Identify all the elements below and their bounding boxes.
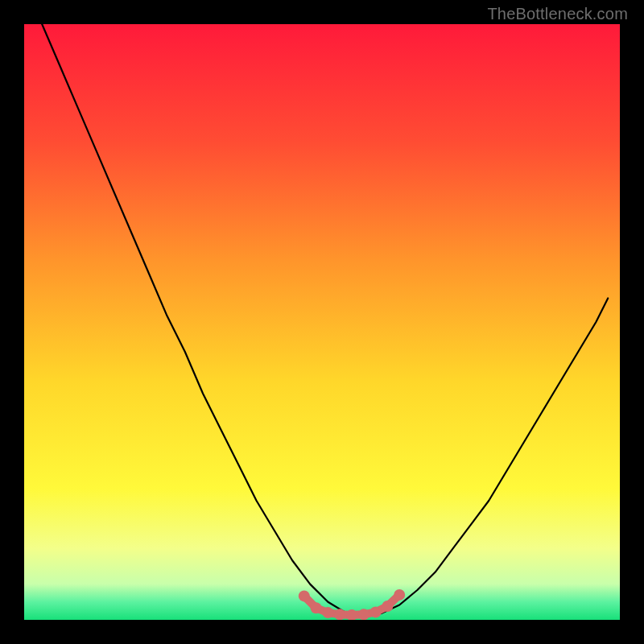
heatmap-background [24, 24, 620, 620]
optimal-zone-marker [382, 601, 393, 612]
optimal-zone-marker [334, 609, 345, 620]
watermark-label: TheBottleneck.com [487, 5, 628, 23]
chart-container: TheBottleneck.com [0, 0, 644, 644]
bottleneck-chart [24, 24, 620, 620]
optimal-zone-marker [299, 590, 310, 601]
optimal-zone-marker [370, 606, 382, 617]
optimal-zone-marker [358, 609, 369, 620]
optimal-zone-marker [394, 589, 405, 601]
optimal-zone-marker [311, 602, 322, 613]
optimal-zone-marker [322, 607, 333, 618]
